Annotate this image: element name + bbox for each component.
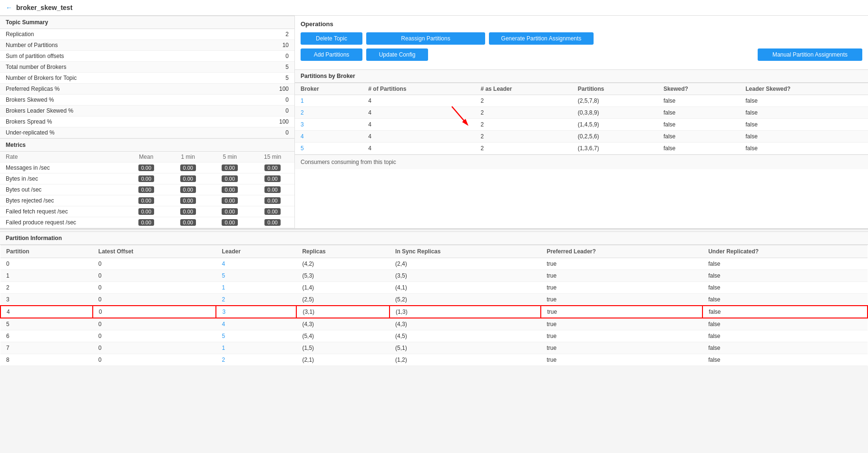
pi-leader[interactable]: 4 <box>216 318 296 330</box>
pi-preferred-leader: true <box>541 282 702 294</box>
topic-summary-value: 10 <box>235 40 294 51</box>
delete-topic-button[interactable]: Delete Topic <box>301 32 362 45</box>
pi-in-sync: (4,5) <box>390 330 541 342</box>
metrics-label: Failed fetch request /sec <box>0 206 125 217</box>
consumers-label: Consumers consuming from this topic <box>301 159 396 165</box>
pi-latest-offset: 0 <box>93 282 216 294</box>
generate-partition-assignments-button[interactable]: Generate Partition Assignments <box>489 32 594 45</box>
pbr-broker[interactable]: 4 <box>295 131 362 143</box>
pi-leader[interactable]: 3 <box>216 306 296 318</box>
topic-summary-row: Brokers Spread %100 <box>0 116 294 127</box>
pi-partition: 3 <box>0 294 93 306</box>
pi-leader[interactable]: 2 <box>216 354 296 366</box>
pi-preferred-leader: true <box>541 342 702 354</box>
pi-preferred-leader: true <box>541 330 702 342</box>
pbr-broker[interactable]: 2 <box>295 107 362 119</box>
pi-col-partition: Partition <box>0 245 93 258</box>
operations-row-2: Add Partitions Update Config Manual Part… <box>301 48 862 61</box>
partition-info-table: Partition Latest Offset Leader Replicas … <box>0 245 868 366</box>
pi-leader[interactable]: 1 <box>216 342 296 354</box>
reassign-partitions-button[interactable]: Reassign Partitions <box>366 32 485 45</box>
metrics-15min: 0.00 <box>251 206 294 217</box>
pi-leader[interactable]: 4 <box>216 258 296 270</box>
metrics-mean: 0.00 <box>125 173 167 184</box>
pi-latest-offset: 0 <box>93 294 216 306</box>
topic-summary-label: Number of Brokers for Topic <box>0 73 235 84</box>
pbr-partitions: (1,4,5,9) <box>572 119 658 131</box>
topic-summary-value: 5 <box>235 62 294 73</box>
topic-summary-label: Preferred Replicas % <box>0 84 235 95</box>
pi-leader[interactable]: 5 <box>216 270 296 282</box>
pbr-broker[interactable]: 3 <box>295 119 362 131</box>
pbr-skewed: false <box>658 95 740 107</box>
pbr-row: 5 4 2 (1,3,6,7) false false <box>295 143 868 154</box>
add-partitions-button[interactable]: Add Partitions <box>301 48 362 61</box>
pi-leader[interactable]: 1 <box>216 282 296 294</box>
pbr-partitions: (2,5,7,8) <box>572 95 658 107</box>
pi-replicas: (1,5) <box>296 342 390 354</box>
metrics-1min: 0.00 <box>167 195 209 206</box>
pi-partition: 1 <box>0 270 93 282</box>
pi-partition: 4 <box>0 306 93 318</box>
pi-in-sync: (5,2) <box>390 294 541 306</box>
pbr-col-num-partitions: # of Partitions <box>362 83 475 95</box>
pi-under-replicated: false <box>702 282 868 294</box>
back-button[interactable]: ← <box>6 4 12 11</box>
pi-leader[interactable]: 2 <box>216 294 296 306</box>
partition-info-row: 2 0 1 (1,4) (4,1) true false <box>0 282 868 294</box>
metrics-label: Bytes out /sec <box>0 184 125 195</box>
metrics-15min: 0.00 <box>251 173 294 184</box>
topic-summary-value: 5 <box>235 73 294 84</box>
pbr-num-partitions: 4 <box>362 119 475 131</box>
right-panel: Operations Delete Topic Reassign Partiti… <box>295 16 868 228</box>
left-panel: Topic Summary Replication2Number of Part… <box>0 16 295 228</box>
pbr-num-partitions: 4 <box>362 143 475 154</box>
topic-summary-value: 2 <box>235 29 294 40</box>
pbr-col-leader-skewed: Leader Skewed? <box>740 83 868 95</box>
pbr-skewed: false <box>658 107 740 119</box>
pi-partition: 2 <box>0 282 93 294</box>
metrics-mean: 0.00 <box>125 163 167 173</box>
pi-partition: 8 <box>0 354 93 366</box>
update-config-button[interactable]: Update Config <box>366 48 428 61</box>
pi-under-replicated: false <box>702 306 868 318</box>
metrics-1min: 0.00 <box>167 184 209 195</box>
metrics-label: Failed produce request /sec <box>0 217 125 228</box>
metrics-row: Failed fetch request /sec 0.00 0.00 0.00… <box>0 206 294 217</box>
consumers-section: Consumers consuming from this topic <box>295 154 868 169</box>
metrics-row: Bytes in /sec 0.00 0.00 0.00 0.00 <box>0 173 294 184</box>
pbr-as-leader: 2 <box>475 131 572 143</box>
topic-summary-row: Number of Partitions10 <box>0 40 294 51</box>
pi-col-preferred-leader: Preferred Leader? <box>541 245 702 258</box>
metrics-label: Messages in /sec <box>0 163 125 173</box>
pi-under-replicated: false <box>702 318 868 330</box>
pbr-col-partitions: Partitions <box>572 83 658 95</box>
pi-in-sync: (4,1) <box>390 282 541 294</box>
pbr-row: 1 4 2 (2,5,7,8) false false <box>295 95 868 107</box>
partition-info-section: Partition Information Partition Latest O… <box>0 231 868 366</box>
partition-info-row: 6 0 5 (5,4) (4,5) true false <box>0 330 868 342</box>
partitions-by-broker-container: Broker # of Partitions # as Leader Parti… <box>295 83 868 154</box>
metrics-5min: 0.00 <box>209 184 251 195</box>
pi-partition: 6 <box>0 330 93 342</box>
topic-summary-table: Replication2Number of Partitions10Sum of… <box>0 29 294 138</box>
pi-preferred-leader: true <box>541 354 702 366</box>
pi-partition: 7 <box>0 342 93 354</box>
metrics-1min: 0.00 <box>167 173 209 184</box>
pi-col-replicas: Replicas <box>296 245 390 258</box>
metrics-table: Rate Mean 1 min 5 min 15 min Messages in… <box>0 152 294 228</box>
pbr-broker[interactable]: 1 <box>295 95 362 107</box>
pbr-broker[interactable]: 5 <box>295 143 362 154</box>
pbr-partitions: (1,3,6,7) <box>572 143 658 154</box>
metrics-15min: 0.00 <box>251 163 294 173</box>
pi-col-under-replicated: Under Replicated? <box>702 245 868 258</box>
partition-info-row: 8 0 2 (2,1) (1,2) true false <box>0 354 868 366</box>
operations-row-1: Delete Topic Reassign Partitions Generat… <box>301 32 862 45</box>
pi-preferred-leader: true <box>541 306 702 318</box>
metrics-mean: 0.00 <box>125 217 167 228</box>
pi-under-replicated: false <box>702 330 868 342</box>
metrics-col-5min: 5 min <box>209 152 251 163</box>
pi-leader[interactable]: 5 <box>216 330 296 342</box>
page-title: broker_skew_test <box>16 4 72 11</box>
manual-partition-assignments-button[interactable]: Manual Partition Assignments <box>758 48 862 61</box>
